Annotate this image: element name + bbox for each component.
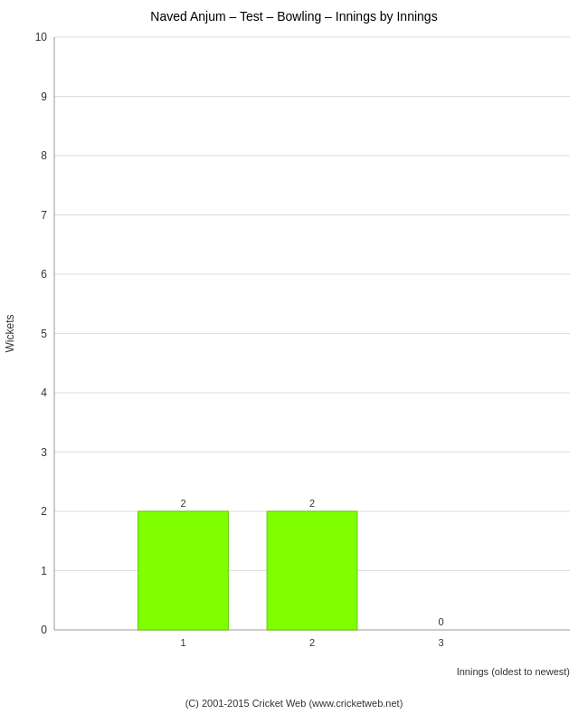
svg-text:2: 2: [41, 505, 47, 518]
svg-text:10: 10: [35, 31, 48, 43]
svg-text:4: 4: [41, 386, 47, 399]
bar-innings-2: [267, 511, 357, 630]
svg-text:1: 1: [41, 565, 47, 577]
bar-label-innings-1: 2: [180, 498, 185, 509]
bar-label-innings-2: 2: [309, 498, 315, 509]
chart-container: Naved Anjum – Test – Bowling – Innings b…: [0, 0, 588, 724]
svg-text:0: 0: [41, 624, 47, 636]
bar-label-innings-3: 0: [438, 616, 443, 627]
svg-text:Wickets: Wickets: [4, 315, 16, 353]
x-tick-3: 3: [438, 637, 443, 648]
x-axis-label: Innings (oldest to newest): [457, 666, 570, 677]
bar-innings-1: [138, 511, 229, 630]
x-tick-1: 1: [180, 637, 185, 648]
svg-text:8: 8: [41, 149, 47, 162]
svg-text:3: 3: [41, 446, 47, 459]
copyright: (C) 2001-2015 Cricket Web (www.cricketwe…: [185, 698, 403, 709]
x-tick-2: 2: [309, 637, 315, 648]
svg-text:7: 7: [41, 209, 47, 222]
svg-text:9: 9: [41, 90, 47, 103]
svg-text:6: 6: [41, 268, 47, 281]
chart-svg: 012345678910Wickets212203Innings (oldest…: [0, 24, 588, 693]
chart-title: Naved Anjum – Test – Bowling – Innings b…: [150, 9, 437, 24]
svg-text:5: 5: [41, 328, 47, 340]
